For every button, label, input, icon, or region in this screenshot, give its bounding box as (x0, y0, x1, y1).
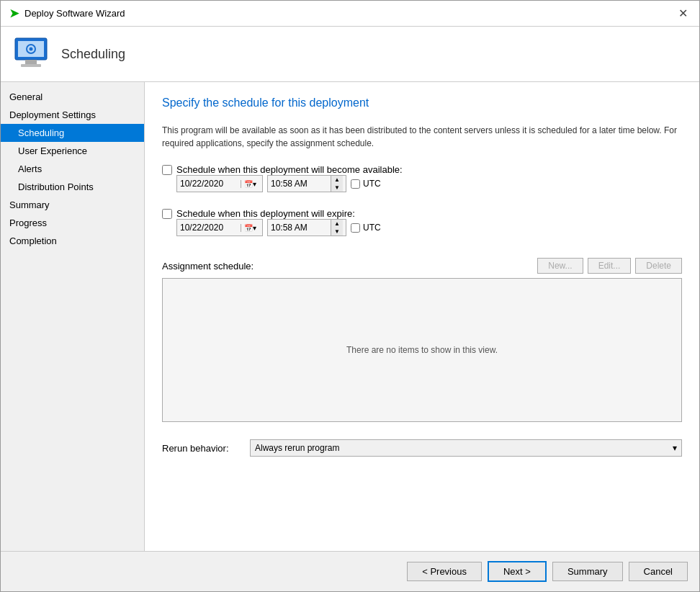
time-spinners: ▲ ▼ (331, 176, 343, 192)
utc-expire-checkbox-container: UTC (351, 223, 381, 233)
utc-expire-checkbox[interactable] (351, 223, 360, 233)
wizard-step-title: Scheduling (61, 47, 125, 62)
expire-time-down-btn[interactable]: ▼ (331, 228, 343, 236)
sidebar-item-alerts[interactable]: Alerts (1, 160, 144, 178)
date-picker-icon[interactable]: 📅▾ (241, 180, 259, 188)
sidebar-item-distribution-points[interactable]: Distribution Points (1, 178, 144, 196)
rerun-select[interactable]: Always rerun program ▾ (250, 439, 682, 457)
assignment-buttons: New... Edit... Delete (537, 258, 682, 274)
schedule-expire-date-input[interactable]: 10/22/2020 📅▾ (176, 219, 263, 236)
wizard-header: Scheduling (1, 27, 699, 82)
cancel-button[interactable]: Cancel (629, 562, 688, 581)
new-button[interactable]: New... (537, 258, 583, 274)
schedule-expire-time-value: 10:58 AM (271, 223, 308, 233)
schedule-available-checkbox[interactable] (162, 165, 172, 175)
schedule-available-time-value: 10:58 AM (271, 179, 308, 189)
utc-available-label: UTC (363, 179, 381, 189)
edit-button[interactable]: Edit... (588, 258, 632, 274)
expire-time-spinners: ▲ ▼ (331, 220, 343, 236)
schedule-expire-date-value: 10/22/2020 (180, 223, 241, 233)
schedule-available-checkbox-label: Schedule when this deployment will becom… (162, 164, 682, 175)
deploy-software-wizard: ➤ Deploy Software Wizard ✕ Scheduling Ge… (0, 0, 700, 592)
delete-button[interactable]: Delete (635, 258, 682, 274)
schedule-available-datetime-row: 10/22/2020 📅▾ 10:58 AM ▲ ▼ UTC (176, 175, 682, 192)
next-button[interactable]: Next > (488, 561, 547, 582)
time-down-btn[interactable]: ▼ (331, 184, 343, 192)
title-bar: ➤ Deploy Software Wizard ✕ (1, 1, 699, 27)
sidebar-item-completion[interactable]: Completion (1, 232, 144, 250)
main-content: General Deployment Settings Scheduling U… (1, 82, 699, 551)
window-title: Deploy Software Wizard (24, 8, 125, 19)
svg-rect-3 (21, 64, 41, 67)
previous-button[interactable]: < Previous (407, 562, 482, 581)
rerun-label: Rerun behavior: (162, 443, 241, 454)
rerun-dropdown-icon: ▾ (673, 443, 677, 453)
rerun-value: Always rerun program (255, 443, 339, 453)
close-button[interactable]: ✕ (676, 6, 691, 20)
sidebar-item-scheduling[interactable]: Scheduling (1, 124, 144, 142)
utc-available-checkbox[interactable] (351, 179, 360, 189)
expire-date-picker-icon[interactable]: 📅▾ (241, 224, 259, 232)
summary-button[interactable]: Summary (552, 562, 623, 581)
sidebar-item-user-experience[interactable]: User Experience (1, 142, 144, 160)
assignment-list: There are no items to show in this view. (162, 278, 682, 422)
schedule-available-date-input[interactable]: 10/22/2020 📅▾ (176, 175, 263, 192)
expire-time-up-btn[interactable]: ▲ (331, 220, 343, 228)
sidebar-item-summary[interactable]: Summary (1, 196, 144, 214)
utc-available-checkbox-container: UTC (351, 179, 381, 189)
computer-icon (12, 35, 50, 73)
sidebar: General Deployment Settings Scheduling U… (1, 82, 145, 551)
schedule-expire-checkbox[interactable] (162, 209, 172, 219)
description-text: This program will be available as soon a… (162, 124, 682, 150)
schedule-expire-section: Schedule when this deployment will expir… (162, 208, 682, 243)
sidebar-item-deployment-settings[interactable]: Deployment Settings (1, 106, 144, 124)
footer: < Previous Next > Summary Cancel (1, 551, 699, 591)
assignment-empty-text: There are no items to show in this view. (346, 345, 498, 355)
rerun-section: Rerun behavior: Always rerun program ▾ (162, 439, 682, 457)
schedule-expire-checkbox-label: Schedule when this deployment will expir… (162, 208, 682, 219)
utc-expire-label: UTC (363, 223, 381, 233)
schedule-available-label: Schedule when this deployment will becom… (176, 164, 403, 175)
wizard-icon: ➤ (9, 6, 19, 20)
svg-rect-2 (25, 60, 37, 64)
schedule-available-section: Schedule when this deployment will becom… (162, 164, 682, 199)
content-title: Specify the schedule for this deployment (162, 97, 682, 109)
schedule-expire-label: Schedule when this deployment will expir… (176, 208, 355, 219)
schedule-available-time-input[interactable]: 10:58 AM ▲ ▼ (267, 175, 346, 192)
title-bar-left: ➤ Deploy Software Wizard (9, 6, 125, 20)
schedule-expire-datetime-row: 10/22/2020 📅▾ 10:58 AM ▲ ▼ UTC (176, 219, 682, 236)
svg-point-5 (30, 48, 33, 51)
schedule-expire-time-input[interactable]: 10:58 AM ▲ ▼ (267, 219, 346, 236)
assignment-header: Assignment schedule: New... Edit... Dele… (162, 258, 682, 274)
time-up-btn[interactable]: ▲ (331, 176, 343, 184)
assignment-label: Assignment schedule: (162, 261, 253, 272)
content-area: Specify the schedule for this deployment… (145, 82, 699, 551)
schedule-available-date-value: 10/22/2020 (180, 179, 241, 189)
assignment-section: Assignment schedule: New... Edit... Dele… (162, 258, 682, 422)
sidebar-item-progress[interactable]: Progress (1, 214, 144, 232)
sidebar-item-general[interactable]: General (1, 88, 144, 106)
